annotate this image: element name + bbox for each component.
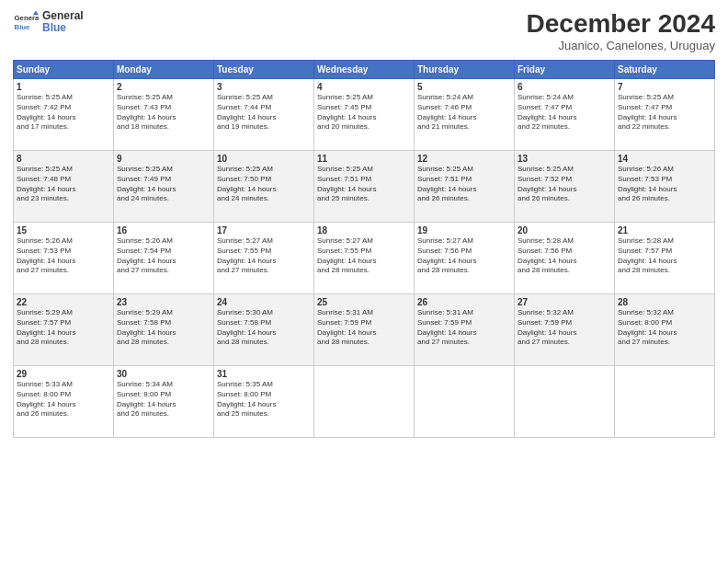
day-number: 28 <box>618 297 711 307</box>
day-number: 11 <box>317 154 411 164</box>
calendar-cell: 12Sunrise: 5:25 AM Sunset: 7:51 PM Dayli… <box>415 151 515 223</box>
day-info: Sunrise: 5:33 AM Sunset: 8:00 PM Dayligh… <box>17 380 110 419</box>
day-number: 10 <box>217 154 311 164</box>
page: General Blue General Blue December 2024 … <box>0 0 728 563</box>
day-number: 14 <box>618 154 711 164</box>
day-number: 16 <box>117 225 210 236</box>
calendar-header: SundayMondayTuesdayWednesdayThursdayFrid… <box>14 61 715 79</box>
day-info: Sunrise: 5:29 AM Sunset: 7:58 PM Dayligh… <box>117 308 210 348</box>
calendar-cell: 17Sunrise: 5:27 AM Sunset: 7:55 PM Dayli… <box>214 223 314 294</box>
calendar-cell: 25Sunrise: 5:31 AM Sunset: 7:59 PM Dayli… <box>314 294 415 366</box>
day-number: 3 <box>217 82 311 92</box>
day-info: Sunrise: 5:24 AM Sunset: 7:46 PM Dayligh… <box>417 93 511 132</box>
day-number: 13 <box>518 154 611 164</box>
weekday-saturday: Saturday <box>615 61 715 79</box>
calendar-week-3: 15Sunrise: 5:26 AM Sunset: 7:53 PM Dayli… <box>14 223 715 294</box>
subtitle: Juanico, Canelones, Uruguay <box>527 39 715 52</box>
day-number: 21 <box>618 225 711 236</box>
day-info: Sunrise: 5:25 AM Sunset: 7:50 PM Dayligh… <box>217 165 311 204</box>
day-info: Sunrise: 5:25 AM Sunset: 7:51 PM Dayligh… <box>317 165 411 204</box>
calendar-cell: 28Sunrise: 5:32 AM Sunset: 8:00 PM Dayli… <box>615 294 715 366</box>
day-number: 24 <box>217 297 311 307</box>
weekday-sunday: Sunday <box>14 61 114 79</box>
calendar-cell: 13Sunrise: 5:25 AM Sunset: 7:52 PM Dayli… <box>515 151 615 223</box>
calendar-cell: 6Sunrise: 5:24 AM Sunset: 7:47 PM Daylig… <box>515 79 615 151</box>
weekday-friday: Friday <box>515 61 615 79</box>
day-info: Sunrise: 5:25 AM Sunset: 7:44 PM Dayligh… <box>217 93 311 132</box>
weekday-tuesday: Tuesday <box>214 61 314 79</box>
svg-text:General: General <box>15 14 39 22</box>
calendar-week-1: 1Sunrise: 5:25 AM Sunset: 7:42 PM Daylig… <box>14 79 715 151</box>
calendar-cell: 16Sunrise: 5:26 AM Sunset: 7:54 PM Dayli… <box>114 223 214 294</box>
weekday-wednesday: Wednesday <box>314 61 415 79</box>
calendar-cell: 3Sunrise: 5:25 AM Sunset: 7:44 PM Daylig… <box>214 79 314 151</box>
day-number: 26 <box>417 297 511 307</box>
day-number: 19 <box>417 225 511 236</box>
main-title: December 2024 <box>527 9 715 39</box>
calendar-cell: 4Sunrise: 5:25 AM Sunset: 7:45 PM Daylig… <box>314 79 415 151</box>
calendar-cell: 29Sunrise: 5:33 AM Sunset: 8:00 PM Dayli… <box>14 366 114 438</box>
calendar-cell <box>314 366 415 438</box>
day-info: Sunrise: 5:25 AM Sunset: 7:51 PM Dayligh… <box>417 165 511 204</box>
day-info: Sunrise: 5:25 AM Sunset: 7:49 PM Dayligh… <box>117 165 210 204</box>
day-number: 8 <box>17 154 110 164</box>
calendar-cell: 15Sunrise: 5:26 AM Sunset: 7:53 PM Dayli… <box>14 223 114 294</box>
day-info: Sunrise: 5:28 AM Sunset: 7:56 PM Dayligh… <box>518 236 611 276</box>
calendar-week-5: 29Sunrise: 5:33 AM Sunset: 8:00 PM Dayli… <box>14 366 715 438</box>
day-number: 22 <box>17 297 110 307</box>
svg-marker-2 <box>33 11 39 16</box>
day-info: Sunrise: 5:29 AM Sunset: 7:57 PM Dayligh… <box>17 308 110 348</box>
calendar-cell: 7Sunrise: 5:25 AM Sunset: 7:47 PM Daylig… <box>615 79 715 151</box>
calendar-cell: 20Sunrise: 5:28 AM Sunset: 7:56 PM Dayli… <box>515 223 615 294</box>
calendar-cell: 27Sunrise: 5:32 AM Sunset: 7:59 PM Dayli… <box>515 294 615 366</box>
day-info: Sunrise: 5:27 AM Sunset: 7:55 PM Dayligh… <box>217 236 311 276</box>
calendar-week-2: 8Sunrise: 5:25 AM Sunset: 7:48 PM Daylig… <box>14 151 715 223</box>
calendar-body: 1Sunrise: 5:25 AM Sunset: 7:42 PM Daylig… <box>14 79 715 438</box>
calendar-cell: 1Sunrise: 5:25 AM Sunset: 7:42 PM Daylig… <box>14 79 114 151</box>
day-number: 18 <box>317 225 411 236</box>
calendar-cell: 31Sunrise: 5:35 AM Sunset: 8:00 PM Dayli… <box>214 366 314 438</box>
day-info: Sunrise: 5:26 AM Sunset: 7:53 PM Dayligh… <box>17 236 110 276</box>
calendar-cell <box>415 366 515 438</box>
calendar-cell: 10Sunrise: 5:25 AM Sunset: 7:50 PM Dayli… <box>214 151 314 223</box>
day-info: Sunrise: 5:32 AM Sunset: 8:00 PM Dayligh… <box>618 308 711 348</box>
header: General Blue General Blue December 2024 … <box>13 9 715 52</box>
day-number: 1 <box>17 82 110 92</box>
day-number: 20 <box>518 225 611 236</box>
calendar-cell: 21Sunrise: 5:28 AM Sunset: 7:57 PM Dayli… <box>615 223 715 294</box>
day-info: Sunrise: 5:25 AM Sunset: 7:42 PM Dayligh… <box>17 93 110 132</box>
calendar-cell: 9Sunrise: 5:25 AM Sunset: 7:49 PM Daylig… <box>114 151 214 223</box>
weekday-monday: Monday <box>114 61 214 79</box>
logo: General Blue General Blue <box>13 9 84 35</box>
day-info: Sunrise: 5:32 AM Sunset: 7:59 PM Dayligh… <box>518 308 611 348</box>
calendar-cell: 24Sunrise: 5:30 AM Sunset: 7:58 PM Dayli… <box>214 294 314 366</box>
day-info: Sunrise: 5:26 AM Sunset: 7:54 PM Dayligh… <box>117 236 210 276</box>
weekday-thursday: Thursday <box>415 61 515 79</box>
day-info: Sunrise: 5:27 AM Sunset: 7:56 PM Dayligh… <box>417 236 511 276</box>
day-info: Sunrise: 5:35 AM Sunset: 8:00 PM Dayligh… <box>217 380 311 419</box>
calendar-cell: 14Sunrise: 5:26 AM Sunset: 7:53 PM Dayli… <box>615 151 715 223</box>
calendar-cell <box>615 366 715 438</box>
calendar-cell: 11Sunrise: 5:25 AM Sunset: 7:51 PM Dayli… <box>314 151 415 223</box>
day-info: Sunrise: 5:24 AM Sunset: 7:47 PM Dayligh… <box>518 93 611 132</box>
day-info: Sunrise: 5:31 AM Sunset: 7:59 PM Dayligh… <box>417 308 511 348</box>
day-info: Sunrise: 5:26 AM Sunset: 7:53 PM Dayligh… <box>618 165 711 204</box>
day-info: Sunrise: 5:31 AM Sunset: 7:59 PM Dayligh… <box>317 308 411 348</box>
calendar-cell: 5Sunrise: 5:24 AM Sunset: 7:46 PM Daylig… <box>415 79 515 151</box>
day-number: 31 <box>217 369 311 379</box>
day-number: 25 <box>317 297 411 307</box>
day-info: Sunrise: 5:25 AM Sunset: 7:45 PM Dayligh… <box>317 93 411 132</box>
calendar-cell <box>515 366 615 438</box>
logo-blue: Blue <box>42 22 84 34</box>
day-number: 23 <box>117 297 210 307</box>
day-number: 17 <box>217 225 311 236</box>
day-info: Sunrise: 5:25 AM Sunset: 7:43 PM Dayligh… <box>117 93 210 132</box>
day-number: 15 <box>17 225 110 236</box>
day-info: Sunrise: 5:25 AM Sunset: 7:52 PM Dayligh… <box>518 165 611 204</box>
calendar-cell: 23Sunrise: 5:29 AM Sunset: 7:58 PM Dayli… <box>114 294 214 366</box>
day-info: Sunrise: 5:34 AM Sunset: 8:00 PM Dayligh… <box>117 380 210 419</box>
day-number: 9 <box>117 154 210 164</box>
day-number: 5 <box>417 82 511 92</box>
logo-icon: General Blue <box>13 9 39 35</box>
calendar-cell: 18Sunrise: 5:27 AM Sunset: 7:55 PM Dayli… <box>314 223 415 294</box>
